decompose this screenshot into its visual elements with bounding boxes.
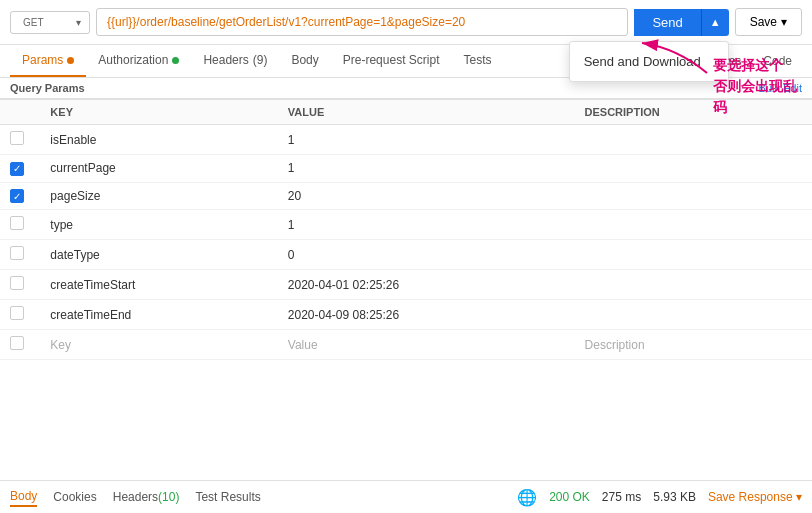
row-value[interactable]: 2020-04-01 02:25:26 (278, 270, 575, 300)
tab-prerequest-label: Pre-request Script (343, 53, 440, 67)
row-key[interactable]: createTimeStart (40, 270, 277, 300)
row-key[interactable]: type (40, 210, 277, 240)
col-check-header (0, 100, 40, 125)
row-checkbox[interactable]: ✓ (10, 162, 24, 176)
table-row: isEnable 1 (0, 125, 812, 155)
url-input[interactable] (96, 8, 628, 36)
send-button[interactable]: Send (634, 9, 701, 36)
row-checkbox-cell (0, 240, 40, 270)
table-row: Key Value Description (0, 330, 812, 360)
row-checkbox[interactable]: ✓ (10, 189, 24, 203)
row-checkbox-cell: ✓ (0, 155, 40, 183)
save-response-button[interactable]: Save Response ▾ (708, 490, 802, 504)
bottom-tab-test-results[interactable]: Test Results (195, 488, 260, 506)
row-checkbox[interactable] (10, 246, 24, 260)
table-row: ✓ currentPage 1 (0, 155, 812, 183)
tab-tests[interactable]: Tests (451, 45, 503, 77)
row-description[interactable] (575, 270, 812, 300)
row-description[interactable] (575, 182, 812, 210)
row-checkbox-cell: ✓ (0, 182, 40, 210)
tab-params[interactable]: Params (10, 45, 86, 77)
save-arrow: ▾ (781, 15, 787, 29)
row-value[interactable]: 1 (278, 125, 575, 155)
row-value[interactable]: 1 (278, 210, 575, 240)
row-key[interactable]: currentPage (40, 155, 277, 183)
globe-icon: 🌐 (517, 488, 537, 507)
send-dropdown-menu: Send and Download (569, 41, 729, 82)
save-label: Save (750, 15, 777, 29)
row-description[interactable] (575, 155, 812, 183)
tab-prerequest[interactable]: Pre-request Script (331, 45, 452, 77)
table-row: createTimeEnd 2020-04-09 08:25:26 (0, 300, 812, 330)
auth-dot (172, 57, 179, 64)
row-key[interactable]: createTimeEnd (40, 300, 277, 330)
row-description[interactable] (575, 210, 812, 240)
row-value[interactable]: 2020-04-09 08:25:26 (278, 300, 575, 330)
tab-headers-label: Headers (203, 53, 248, 67)
row-description[interactable]: Description (575, 330, 812, 360)
send-button-group: Send ▲ Send and Download (634, 9, 728, 36)
row-checkbox[interactable] (10, 336, 24, 350)
table-row: ✓ pageSize 20 (0, 182, 812, 210)
section-title: Query Params (10, 82, 85, 94)
save-response-label: Save Response (708, 490, 793, 504)
row-key[interactable]: dateType (40, 240, 277, 270)
save-button[interactable]: Save ▾ (735, 8, 802, 36)
tab-tests-label: Tests (463, 53, 491, 67)
method-label: GET (23, 17, 44, 28)
bottom-tab-headers[interactable]: Headers(10) (113, 488, 180, 506)
bulk-edit-button[interactable]: Bulk Edit (759, 82, 802, 94)
bottom-tab-cookies[interactable]: Cookies (53, 488, 96, 506)
method-select[interactable]: GET ▾ (10, 11, 90, 34)
params-dot (67, 57, 74, 64)
response-size: 5.93 KB (653, 490, 696, 504)
table-row: dateType 0 (0, 240, 812, 270)
send-and-download-option[interactable]: Send and Download (570, 46, 728, 77)
row-checkbox-cell (0, 330, 40, 360)
col-value-header: VALUE (278, 100, 575, 125)
params-table-container: KEY VALUE DESCRIPTION isEnable 1 ✓ curre… (0, 99, 812, 360)
bottom-headers-label: Headers (113, 490, 158, 504)
row-description[interactable] (575, 300, 812, 330)
row-checkbox[interactable] (10, 306, 24, 320)
table-row: type 1 (0, 210, 812, 240)
table-row: createTimeStart 2020-04-01 02:25:26 (0, 270, 812, 300)
table-body: isEnable 1 ✓ currentPage 1 ✓ pageSize 20… (0, 125, 812, 360)
params-table: KEY VALUE DESCRIPTION isEnable 1 ✓ curre… (0, 99, 812, 360)
row-description[interactable] (575, 125, 812, 155)
tab-authorization[interactable]: Authorization (86, 45, 191, 77)
response-time: 275 ms (602, 490, 641, 504)
row-checkbox-cell (0, 300, 40, 330)
bottom-bar: Body Cookies Headers(10) Test Results 🌐 … (0, 480, 812, 513)
table-header-row: KEY VALUE DESCRIPTION (0, 100, 812, 125)
save-response-arrow: ▾ (796, 490, 802, 504)
col-desc-header: DESCRIPTION (575, 100, 812, 125)
status-ok: 200 OK (549, 490, 590, 504)
row-value[interactable]: 20 (278, 182, 575, 210)
tab-auth-label: Authorization (98, 53, 168, 67)
tab-code[interactable]: Code (753, 46, 802, 76)
row-value[interactable]: Value (278, 330, 575, 360)
row-key[interactable]: Key (40, 330, 277, 360)
method-arrow: ▾ (76, 17, 81, 28)
send-dropdown-button[interactable]: ▲ (702, 9, 729, 36)
row-checkbox[interactable] (10, 131, 24, 145)
row-key[interactable]: pageSize (40, 182, 277, 210)
tab-headers-count: (9) (253, 53, 268, 67)
bottom-headers-count: (10) (158, 490, 179, 504)
row-checkbox-cell (0, 270, 40, 300)
row-key[interactable]: isEnable (40, 125, 277, 155)
row-checkbox-cell (0, 210, 40, 240)
row-value[interactable]: 1 (278, 155, 575, 183)
tab-body[interactable]: Body (279, 45, 330, 77)
row-checkbox-cell (0, 125, 40, 155)
tab-headers[interactable]: Headers (9) (191, 45, 279, 77)
tab-body-label: Body (291, 53, 318, 67)
status-info: 🌐 200 OK 275 ms 5.93 KB Save Response ▾ (517, 488, 802, 507)
row-description[interactable] (575, 240, 812, 270)
bottom-tab-body[interactable]: Body (10, 487, 37, 507)
col-key-header: KEY (40, 100, 277, 125)
row-checkbox[interactable] (10, 276, 24, 290)
row-checkbox[interactable] (10, 216, 24, 230)
row-value[interactable]: 0 (278, 240, 575, 270)
